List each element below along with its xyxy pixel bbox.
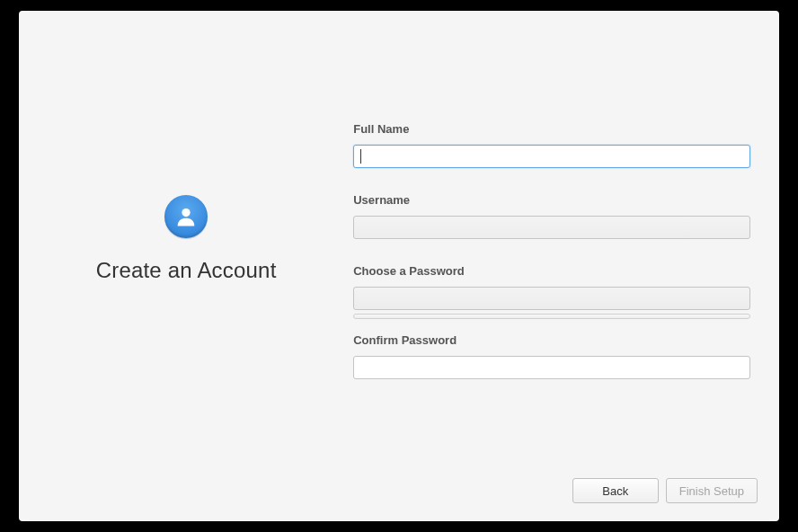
username-label: Username [353, 193, 750, 207]
left-panel: Create an Account [19, 11, 353, 521]
password-group: Choose a Password [353, 264, 750, 319]
confirm-password-group: Confirm Password [353, 333, 750, 379]
confirm-password-input[interactable] [353, 356, 750, 379]
person-icon [173, 204, 199, 229]
back-button[interactable]: Back [572, 478, 659, 503]
full-name-group: Full Name [353, 122, 750, 168]
password-input[interactable] [353, 287, 750, 310]
page-title: Create an Account [96, 258, 277, 283]
footer-buttons: Back Finish Setup [572, 478, 758, 503]
full-name-label: Full Name [353, 122, 750, 136]
svg-point-0 [182, 208, 190, 217]
form-panel: Full Name Username Choose a Password Con… [353, 11, 779, 521]
confirm-password-label: Confirm Password [353, 333, 750, 347]
full-name-input[interactable] [353, 145, 750, 168]
password-label: Choose a Password [353, 264, 750, 278]
username-input[interactable] [353, 216, 750, 239]
user-avatar-icon [164, 195, 208, 238]
username-group: Username [353, 193, 750, 239]
text-caret [360, 149, 361, 164]
password-strength-meter [353, 314, 750, 319]
setup-window: Create an Account Full Name Username Cho… [19, 11, 779, 521]
finish-setup-button[interactable]: Finish Setup [666, 478, 758, 503]
